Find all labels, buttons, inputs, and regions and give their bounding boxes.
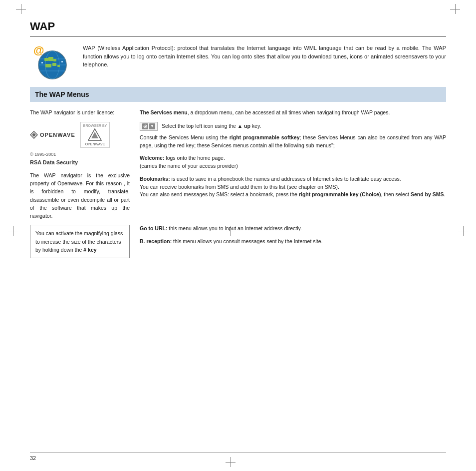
- services-menu-bold: The Services menu: [140, 109, 188, 115]
- url-reception-column: Go to URL: this menu allows you to input…: [140, 225, 446, 258]
- services-consult: Consult the Services Menu using the righ…: [140, 134, 446, 150]
- wap-icon-box: @: [30, 44, 75, 79]
- at-symbol-icon: @: [33, 44, 44, 57]
- licence-label: The WAP navigator is under licence:: [30, 109, 130, 117]
- intro-text: WAP (Wireless Application Protocol): pro…: [83, 44, 446, 69]
- select-text: Select the top left icon using the ▲ up …: [162, 122, 261, 130]
- svg-rect-11: [57, 65, 60, 67]
- svg-point-19: [145, 125, 146, 127]
- bookmarks-label: Bookmarks:: [140, 176, 170, 182]
- svg-rect-8: [53, 59, 56, 61]
- svg-rect-7: [48, 57, 53, 61]
- openwave-browser-logo: [88, 128, 102, 141]
- goto-url-section: Go to URL: this menu allows you to input…: [140, 225, 446, 233]
- svg-marker-15: [32, 133, 36, 137]
- goto-url-label: Go to URL:: [140, 225, 167, 231]
- nav-icon-left: [142, 123, 148, 129]
- b-reception-section: B. reception: this menu allows you consu…: [140, 238, 446, 246]
- navigator-description: The WAP navigator is the exclusive prope…: [30, 171, 130, 220]
- welcome-label: Welcome:: [140, 155, 164, 161]
- nav-icon-right: ▼: [149, 123, 155, 129]
- camera-icon: [143, 124, 148, 129]
- rsa-logo: RSA Data Security: [30, 159, 130, 165]
- svg-rect-12: [41, 62, 43, 63]
- bottom-area: You can activate the magnifying glass to…: [30, 225, 446, 258]
- browser-by-name: OPENWAVE: [83, 142, 107, 146]
- svg-rect-13: [61, 61, 63, 62]
- goto-url-text: this menu allows you to input an Interne…: [169, 225, 302, 231]
- wap-icon: @: [32, 44, 72, 79]
- right-column: The Services menu, a dropdown menu, can …: [140, 109, 446, 220]
- welcome-section: Welcome: logs onto the home page. (carri…: [140, 154, 446, 170]
- section-header: The WAP Menus: [30, 87, 446, 102]
- nav-icon-box: ▼: [140, 122, 158, 131]
- left-column: The WAP navigator is under licence: OPEN…: [30, 109, 130, 220]
- browser-by-label: BROWSER BY: [83, 124, 107, 127]
- openwave-row: OPENWAVE BROWSER BY OPENWAVE: [30, 122, 130, 148]
- bookmarks-section: Bookmarks: is used to save in a phoneboo…: [140, 175, 446, 199]
- main-content: The WAP navigator is under licence: OPEN…: [30, 109, 446, 220]
- select-row: ▼ Select the top left icon using the ▲ u…: [140, 122, 446, 131]
- hash-key-label: # key: [83, 247, 96, 253]
- svg-rect-9: [45, 64, 51, 67]
- logos-area: OPENWAVE BROWSER BY OPENWAVE © 1995-2001: [30, 122, 130, 165]
- magnify-tip-box: You can activate the magnifying glass to…: [30, 225, 130, 258]
- services-intro: The Services menu, a dropdown menu, can …: [140, 109, 446, 117]
- intro-section: @: [30, 44, 446, 79]
- openwave-diamond-icon: [30, 131, 38, 139]
- svg-rect-6: [44, 58, 48, 61]
- page-title: WAP: [30, 20, 446, 37]
- page-footer: 32: [30, 452, 446, 461]
- browser-by-box: BROWSER BY OPENWAVE: [80, 122, 110, 148]
- svg-rect-10: [52, 63, 56, 66]
- reception-text: this menu allows you consult messages se…: [173, 238, 322, 244]
- openwave-logo: OPENWAVE: [30, 131, 75, 139]
- page-number: 32: [30, 455, 36, 461]
- openwave-text: OPENWAVE: [40, 132, 75, 138]
- reception-label: B. reception:: [140, 238, 172, 244]
- copyright-text: © 1995-2001: [30, 151, 130, 157]
